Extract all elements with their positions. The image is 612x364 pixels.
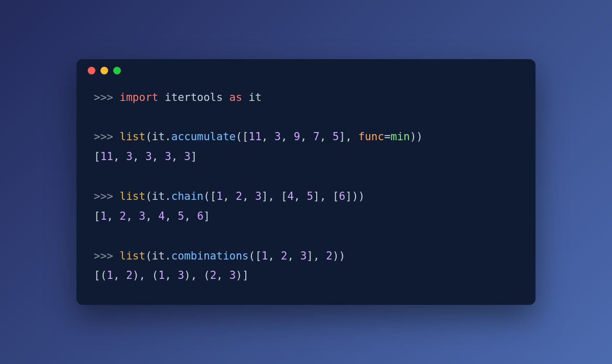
code-token: , (113, 269, 126, 281)
code-token: , (320, 131, 333, 143)
code-token: 4 (287, 190, 294, 202)
code-token: 4 (159, 210, 165, 222)
code-token: , (300, 131, 313, 143)
code-token: 3 (126, 150, 133, 163)
code-token: 1 (100, 210, 107, 222)
code-token: 3 (145, 150, 152, 163)
code-token: func (359, 131, 385, 143)
code-input-line: >>> list(it.chain([1, 2, 3], [4, 5], [6]… (94, 190, 365, 202)
code-token: ([ (236, 131, 248, 143)
code-token: 5 (177, 210, 184, 222)
terminal-window: >>> import itertools as it >>> list(it.a… (76, 59, 536, 305)
code-token: 3 (165, 150, 171, 163)
code-blank-line (94, 230, 100, 242)
code-token: ([ (248, 250, 261, 262)
code-token: it (152, 250, 165, 262)
code-token (158, 91, 165, 103)
code-token: 9 (294, 131, 300, 143)
code-token: 5 (333, 131, 339, 143)
code-token: ( (145, 131, 152, 143)
code-token: , (113, 150, 126, 163)
code-token: , (107, 210, 119, 222)
code-blank-line (94, 170, 100, 183)
code-token: accumulate (171, 131, 236, 143)
code-input-line: >>> list(it.accumulate([11, 3, 9, 7, 5],… (94, 131, 423, 143)
code-token: 5 (307, 190, 313, 202)
code-token: ], (307, 250, 326, 262)
minimize-icon[interactable] (100, 67, 108, 74)
code-token: , (223, 190, 236, 202)
code-token: [( (94, 269, 107, 281)
code-token: , (262, 131, 274, 143)
code-token: 1 (107, 269, 113, 281)
code-token: . (165, 190, 171, 202)
code-token: , (133, 150, 145, 163)
code-token: combinations (171, 250, 249, 262)
code-token: it (152, 131, 165, 143)
code-token: ], [ (262, 190, 288, 202)
code-token: , (126, 210, 139, 222)
code-token: ] (203, 210, 210, 222)
code-token: 3 (300, 250, 307, 262)
code-token: )) (410, 131, 423, 143)
code-token: , (165, 210, 177, 222)
code-token: , (165, 269, 177, 281)
code-token: . (165, 250, 171, 262)
code-token: , (145, 210, 158, 222)
code-token: ], (339, 131, 359, 143)
code-token: min (391, 131, 410, 143)
code-token: ), ( (133, 269, 159, 281)
code-input-line: >>> list(it.combinations([1, 2, 3], 2)) (94, 250, 345, 262)
code-token: 2 (210, 269, 217, 281)
code-token: )) (333, 250, 345, 262)
code-token: . (165, 131, 171, 143)
code-token: >>> (94, 250, 120, 262)
code-token: itertools (165, 91, 223, 103)
code-token: 6 (197, 210, 203, 222)
code-token: ], [ (313, 190, 339, 202)
window-titlebar (76, 59, 536, 83)
code-block: >>> import itertools as it >>> list(it.a… (76, 83, 536, 291)
code-token: ])) (345, 190, 365, 202)
code-token: [ (94, 150, 100, 163)
code-token: 11 (249, 131, 262, 143)
code-token: , (242, 190, 255, 202)
code-token: ), ( (184, 269, 210, 281)
code-token: ([ (203, 190, 216, 202)
code-token: , (268, 250, 280, 262)
code-token: as (230, 91, 242, 103)
code-token (223, 91, 230, 103)
code-token: >>> (94, 131, 120, 143)
code-token: 3 (255, 190, 262, 202)
code-token: [ (94, 210, 100, 222)
code-token: 1 (158, 269, 165, 281)
code-token: 1 (262, 250, 268, 262)
code-token: it (152, 190, 165, 202)
code-token: 3 (184, 150, 191, 163)
code-token: >>> (94, 190, 120, 202)
code-output-line: [1, 2, 3, 4, 5, 6] (94, 210, 210, 222)
code-token: 6 (339, 190, 346, 202)
code-token: ( (145, 250, 152, 262)
code-output-line: [11, 3, 3, 3, 3] (94, 150, 197, 163)
code-token: , (287, 250, 300, 262)
code-token: 7 (313, 131, 320, 143)
zoom-icon[interactable] (113, 67, 121, 74)
code-token: , (281, 131, 294, 143)
code-token: list (120, 131, 146, 143)
code-token: chain (171, 190, 203, 202)
code-token: , (171, 150, 184, 163)
code-token: , (184, 210, 197, 222)
code-token: it (249, 91, 262, 103)
code-token: 3 (139, 210, 146, 222)
code-token: , (216, 269, 229, 281)
code-token: )] (236, 269, 248, 281)
code-token (242, 91, 249, 103)
code-token: ] (191, 150, 197, 163)
code-token: list (120, 190, 146, 202)
code-token: ( (145, 190, 152, 202)
code-token: 2 (326, 250, 333, 262)
code-token: list (120, 250, 146, 262)
close-icon[interactable] (88, 67, 95, 74)
code-token: , (294, 190, 307, 202)
